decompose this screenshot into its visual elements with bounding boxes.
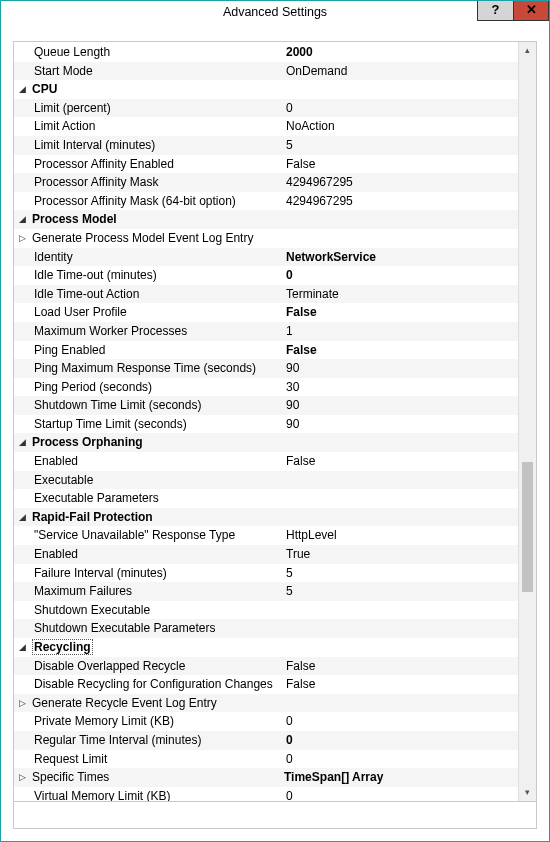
property-value[interactable]: 2000 bbox=[286, 43, 518, 62]
property-row[interactable]: Ping EnabledFalse bbox=[14, 341, 518, 360]
property-row[interactable]: IdentityNetworkService bbox=[14, 248, 518, 267]
property-row[interactable]: ◢Process Orphaning bbox=[14, 433, 518, 452]
property-value[interactable]: 0 bbox=[286, 266, 518, 285]
property-label: Ping Enabled bbox=[30, 341, 286, 360]
property-grid[interactable]: Queue Length2000Start ModeOnDemand◢CPULi… bbox=[14, 42, 518, 801]
scroll-up-button[interactable]: ▴ bbox=[520, 42, 535, 59]
property-value[interactable]: False bbox=[286, 155, 518, 174]
expand-toggle-icon[interactable]: ◢ bbox=[14, 210, 30, 229]
property-row[interactable]: Processor Affinity Mask4294967295 bbox=[14, 173, 518, 192]
property-label: Shutdown Executable Parameters bbox=[30, 619, 286, 638]
property-row[interactable]: Idle Time-out (minutes)0 bbox=[14, 266, 518, 285]
property-value[interactable]: 0 bbox=[286, 787, 518, 801]
property-value[interactable]: 0 bbox=[286, 712, 518, 731]
property-row[interactable]: EnabledTrue bbox=[14, 545, 518, 564]
property-row[interactable]: Disable Recycling for Configuration Chan… bbox=[14, 675, 518, 694]
property-value[interactable]: 5 bbox=[286, 136, 518, 155]
property-row[interactable]: Shutdown Executable bbox=[14, 601, 518, 620]
property-value[interactable]: 90 bbox=[286, 415, 518, 434]
property-value[interactable]: 90 bbox=[286, 359, 518, 378]
property-label: Specific Times bbox=[30, 768, 284, 787]
help-button[interactable]: ? bbox=[477, 1, 513, 21]
property-row[interactable]: ◢Process Model bbox=[14, 210, 518, 229]
property-row[interactable]: Disable Overlapped RecycleFalse bbox=[14, 657, 518, 676]
property-value[interactable]: 5 bbox=[286, 582, 518, 601]
expand-toggle-icon[interactable]: ◢ bbox=[14, 508, 30, 527]
expand-toggle-icon[interactable]: ▷ bbox=[14, 229, 30, 248]
property-value[interactable]: Terminate bbox=[286, 285, 518, 304]
expand-toggle-icon[interactable]: ◢ bbox=[14, 638, 30, 657]
property-label: Executable bbox=[30, 471, 286, 490]
property-label: "Service Unavailable" Response Type bbox=[30, 526, 286, 545]
expand-toggle-icon[interactable]: ▷ bbox=[14, 768, 30, 787]
property-row[interactable]: Limit ActionNoAction bbox=[14, 117, 518, 136]
property-value[interactable]: 0 bbox=[286, 731, 518, 750]
property-grid-wrap: Queue Length2000Start ModeOnDemand◢CPULi… bbox=[14, 42, 536, 801]
expand-toggle-icon[interactable]: ◢ bbox=[14, 80, 30, 99]
scroll-down-button[interactable]: ▾ bbox=[520, 784, 535, 801]
property-row[interactable]: Regular Time Interval (minutes)0 bbox=[14, 731, 518, 750]
property-row[interactable]: Processor Affinity EnabledFalse bbox=[14, 155, 518, 174]
property-value[interactable]: HttpLevel bbox=[286, 526, 518, 545]
property-row[interactable]: "Service Unavailable" Response TypeHttpL… bbox=[14, 526, 518, 545]
property-row[interactable]: Start ModeOnDemand bbox=[14, 62, 518, 81]
property-value[interactable]: 0 bbox=[286, 99, 518, 118]
property-value[interactable]: False bbox=[286, 341, 518, 360]
property-value[interactable]: False bbox=[286, 303, 518, 322]
property-row[interactable]: Limit Interval (minutes)5 bbox=[14, 136, 518, 155]
scroll-thumb[interactable] bbox=[522, 462, 533, 592]
property-row[interactable]: Executable bbox=[14, 471, 518, 490]
expand-toggle-icon[interactable]: ◢ bbox=[14, 433, 30, 452]
property-value[interactable]: True bbox=[286, 545, 518, 564]
property-value[interactable]: 1 bbox=[286, 322, 518, 341]
property-label: Generate Recycle Event Log Entry bbox=[30, 694, 284, 713]
expand-toggle-icon[interactable]: ▷ bbox=[14, 694, 30, 713]
property-row[interactable]: Limit (percent)0 bbox=[14, 99, 518, 118]
vertical-scrollbar[interactable]: ▴ ▾ bbox=[518, 42, 536, 801]
property-value[interactable]: False bbox=[286, 452, 518, 471]
property-row[interactable]: Executable Parameters bbox=[14, 489, 518, 508]
property-row[interactable]: Maximum Worker Processes1 bbox=[14, 322, 518, 341]
property-value[interactable]: 4294967295 bbox=[286, 192, 518, 211]
property-value[interactable]: NetworkService bbox=[286, 248, 518, 267]
property-label: Maximum Failures bbox=[30, 582, 286, 601]
property-label: Executable Parameters bbox=[30, 489, 286, 508]
property-value[interactable]: 30 bbox=[286, 378, 518, 397]
close-button[interactable]: ✕ bbox=[513, 1, 549, 21]
property-row[interactable]: ◢Rapid-Fail Protection bbox=[14, 508, 518, 527]
property-row[interactable]: Maximum Failures5 bbox=[14, 582, 518, 601]
property-row[interactable]: ▷Generate Recycle Event Log Entry bbox=[14, 694, 518, 713]
property-value[interactable]: 0 bbox=[286, 750, 518, 769]
property-row[interactable]: EnabledFalse bbox=[14, 452, 518, 471]
property-row[interactable]: Virtual Memory Limit (KB)0 bbox=[14, 787, 518, 801]
property-value[interactable]: NoAction bbox=[286, 117, 518, 136]
property-row[interactable]: Ping Maximum Response Time (seconds)90 bbox=[14, 359, 518, 378]
property-row[interactable]: Shutdown Executable Parameters bbox=[14, 619, 518, 638]
property-label: Disable Recycling for Configuration Chan… bbox=[30, 675, 286, 694]
property-row[interactable]: Request Limit0 bbox=[14, 750, 518, 769]
property-row[interactable]: Private Memory Limit (KB)0 bbox=[14, 712, 518, 731]
property-row[interactable]: ◢Recycling bbox=[14, 638, 518, 657]
property-value[interactable]: OnDemand bbox=[286, 62, 518, 81]
property-label: Process Orphaning bbox=[30, 433, 284, 452]
property-row[interactable]: Shutdown Time Limit (seconds)90 bbox=[14, 396, 518, 415]
property-row[interactable]: Failure Interval (minutes)5 bbox=[14, 564, 518, 583]
property-row[interactable]: Processor Affinity Mask (64-bit option)4… bbox=[14, 192, 518, 211]
property-value[interactable]: 90 bbox=[286, 396, 518, 415]
property-value[interactable]: False bbox=[286, 657, 518, 676]
property-row[interactable]: Idle Time-out ActionTerminate bbox=[14, 285, 518, 304]
property-row[interactable]: Queue Length2000 bbox=[14, 43, 518, 62]
property-value[interactable]: TimeSpan[] Array bbox=[284, 768, 518, 787]
window-title: Advanced Settings bbox=[1, 5, 549, 19]
property-value[interactable]: 5 bbox=[286, 564, 518, 583]
property-row[interactable]: Startup Time Limit (seconds)90 bbox=[14, 415, 518, 434]
property-label: Recycling bbox=[30, 638, 284, 657]
property-row[interactable]: ◢CPU bbox=[14, 80, 518, 99]
title-buttons: ? ✕ bbox=[477, 1, 549, 21]
property-row[interactable]: Ping Period (seconds)30 bbox=[14, 378, 518, 397]
property-row[interactable]: Load User ProfileFalse bbox=[14, 303, 518, 322]
property-row[interactable]: ▷Specific TimesTimeSpan[] Array bbox=[14, 768, 518, 787]
property-value[interactable]: False bbox=[286, 675, 518, 694]
property-value[interactable]: 4294967295 bbox=[286, 173, 518, 192]
property-row[interactable]: ▷Generate Process Model Event Log Entry bbox=[14, 229, 518, 248]
